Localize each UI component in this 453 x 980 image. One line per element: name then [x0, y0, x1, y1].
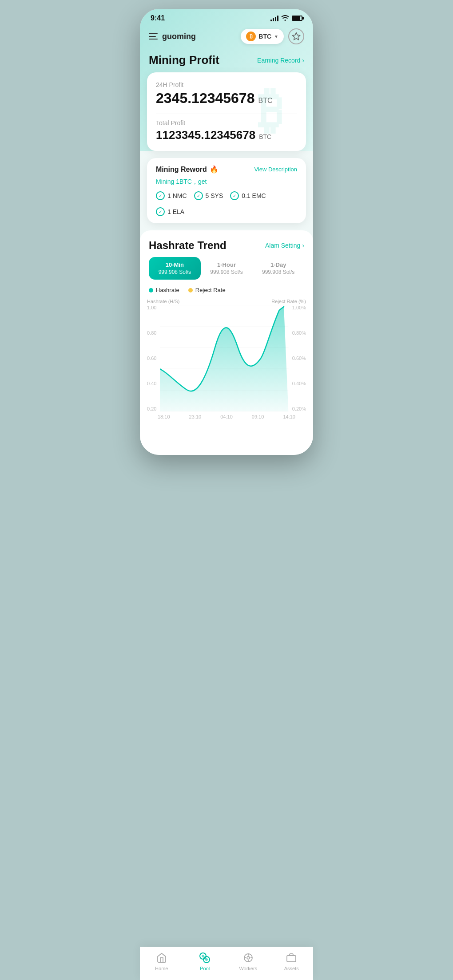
view-description-link[interactable]: View Description — [254, 166, 297, 173]
app-header: guoming ₿ BTC ▼ — [140, 25, 313, 50]
reward-coin-nmc: ✓ 1 NMC — [156, 191, 187, 200]
alarm-setting-link[interactable]: Alam Setting › — [265, 242, 304, 249]
y-axis-right: 1.00% 0.80% 0.60% 0.40% 0.20% — [289, 305, 306, 411]
profit-card: ₿ 24H Profit 2345.12345678 BTC Total Pro… — [147, 72, 306, 151]
reward-coins-list: ✓ 1 NMC ✓ 5 SYS ✓ 0.1 EMC ✓ 1 ELA — [156, 191, 297, 216]
chart-area: 1.00 0.80 0.60 0.40 0.20 — [140, 305, 313, 411]
mining-profit-header: Mining Profit Earning Record › — [140, 50, 313, 72]
mining-reward-card: Mining Reword 🔥 View Description Mining … — [147, 158, 306, 223]
settings-button[interactable] — [288, 28, 304, 44]
y-axis-left-label: Hashrate (H/S) — [147, 299, 179, 304]
x-label-1: 23:10 — [189, 414, 202, 419]
svg-marker-0 — [293, 33, 300, 40]
hashrate-header: Hashrate Trend Alam Setting › — [140, 230, 313, 257]
white-section: Hashrate Trend Alam Setting › 10-Min 999… — [140, 230, 313, 455]
x-axis: 18:10 23:10 04:10 09:10 14:10 — [140, 411, 313, 419]
x-label-0: 18:10 — [158, 414, 170, 419]
battery-icon — [292, 16, 302, 21]
menu-button[interactable] — [149, 33, 158, 40]
fire-icon: 🔥 — [210, 165, 219, 174]
chart-legend: Hashrate Reject Rate — [140, 287, 313, 297]
svg-text:₿: ₿ — [258, 83, 283, 138]
btc-watermark-icon: ₿ — [239, 81, 302, 143]
reward-description: Mining 1BTC，get — [156, 178, 297, 186]
chevron-right-icon: › — [302, 242, 304, 249]
currency-selector[interactable]: ₿ BTC ▼ — [241, 29, 284, 44]
phone-frame: 9:41 — [140, 9, 313, 455]
time-tabs: 10-Min 999.908 Sol/s 1-Hour 999.908 Sol/… — [140, 257, 313, 287]
tab-1hour[interactable]: 1-Hour 999.908 Sol/s — [201, 257, 253, 280]
tab-1day[interactable]: 1-Day 999.908 Sol/s — [252, 257, 304, 280]
earning-record-link[interactable]: Earning Record › — [257, 57, 304, 64]
legend-hashrate: Hashrate — [149, 287, 179, 293]
mining-profit-title: Mining Profit — [149, 53, 219, 67]
status-icons — [270, 15, 302, 22]
wifi-icon — [281, 15, 289, 22]
reject-rate-dot — [188, 288, 193, 292]
y-axis-right-label: Reject Rate (%) — [271, 299, 306, 304]
reward-coin-sys: ✓ 5 SYS — [194, 191, 223, 200]
status-time: 9:41 — [151, 14, 165, 22]
chevron-down-icon: ▼ — [274, 34, 278, 39]
tab-10min[interactable]: 10-Min 999.908 Sol/s — [149, 257, 201, 280]
check-icon-ela: ✓ — [156, 207, 165, 216]
y-axis-left: 1.00 0.80 0.60 0.40 0.20 — [147, 305, 160, 411]
reward-title: Mining Reword 🔥 — [156, 165, 219, 174]
chart-svg — [160, 305, 288, 411]
check-icon-nmc: ✓ — [156, 191, 165, 200]
check-icon-emc: ✓ — [230, 191, 239, 200]
btc-coin-icon: ₿ — [246, 32, 256, 41]
reward-coin-emc: ✓ 0.1 EMC — [230, 191, 266, 200]
signal-bars-icon — [270, 15, 278, 21]
check-icon-sys: ✓ — [194, 191, 203, 200]
x-label-2: 04:10 — [220, 414, 233, 419]
username-label: guoming — [162, 32, 196, 41]
legend-reject-rate: Reject Rate — [188, 287, 226, 293]
chart-axis-labels: Hashrate (H/S) Reject Rate (%) — [140, 297, 313, 305]
hashrate-dot — [149, 288, 153, 292]
chevron-right-icon: › — [302, 57, 304, 64]
reward-coin-ela: ✓ 1 ELA — [156, 207, 184, 216]
status-bar: 9:41 — [140, 9, 313, 25]
x-label-3: 09:10 — [252, 414, 264, 419]
hashrate-title: Hashrate Trend — [149, 239, 226, 252]
currency-label: BTC — [258, 33, 271, 40]
x-label-4: 14:10 — [283, 414, 295, 419]
